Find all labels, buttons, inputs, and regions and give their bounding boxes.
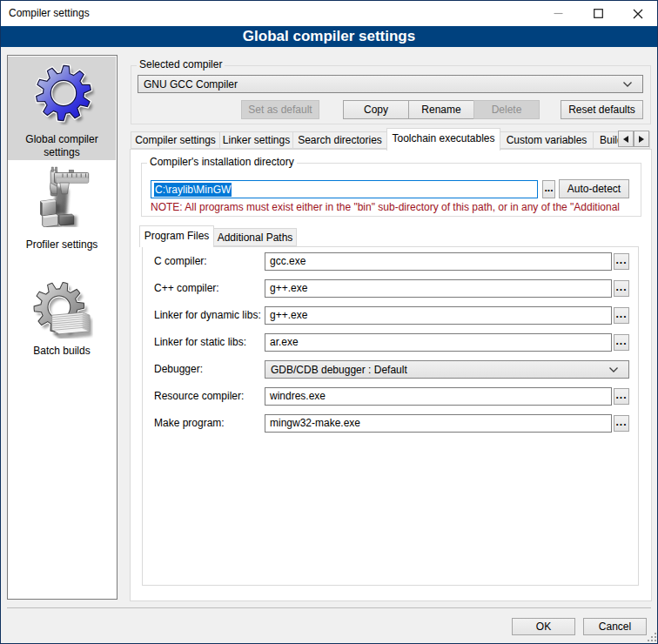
dynamic-linker-value: g++.exe [270,307,307,324]
sidebar-item-profiler-settings[interactable]: Profiler settings [8,160,116,256]
auto-detect-button[interactable]: Auto-detect [559,179,629,198]
dynamic-linker-browse-button[interactable]: ... [614,307,629,324]
selected-compiler-group-label: Selected compiler [137,59,225,70]
debugger-label: Debugger: [154,360,267,379]
c-compiler-input[interactable]: gcc.exe [265,252,612,271]
cpp-compiler-browse-button[interactable]: ... [614,280,629,297]
subtab-program-files[interactable]: Program Files [139,225,214,247]
copy-button[interactable]: Copy [343,100,409,119]
installation-directory-input[interactable]: C:\raylib\MinGW [151,180,538,198]
sidebar-item-batch-builds[interactable]: Batch builds [8,256,116,360]
cpp-compiler-input[interactable]: g++.exe [265,279,612,298]
sidebar-item-label: Profiler settings [8,238,116,252]
selected-compiler-dropdown[interactable]: GNU GCC Compiler [138,75,643,93]
page-title: Global compiler settings [1,26,657,47]
chevron-down-icon [623,82,642,87]
debugger-dropdown[interactable]: GDB/CDB debugger : Default [265,360,629,379]
maximize-icon [594,9,603,18]
rename-button[interactable]: Rename [408,100,474,119]
tab-custom-variables[interactable]: Custom variables [500,131,594,149]
close-button[interactable] [618,1,657,26]
sidebar-item-global-compiler-settings[interactable]: Global compiler settings [8,57,116,160]
tab-search-directories[interactable]: Search directories [292,131,387,149]
static-linker-value: ar.exe [270,334,299,351]
dynamic-linker-input[interactable]: g++.exe [265,306,612,325]
tab-linker-settings[interactable]: Linker settings [219,131,293,149]
dynamic-linker-label: Linker for dynamic libs: [154,306,267,325]
make-program-input[interactable]: mingw32-make.exe [265,414,612,433]
resize-grip[interactable] [648,633,656,641]
static-linker-input[interactable]: ar.exe [265,333,612,352]
footer-separator [7,607,651,608]
right-arrow-icon [639,136,644,143]
minimize-icon [554,9,563,18]
make-program-browse-button[interactable]: ... [614,415,629,432]
c-compiler-label: C compiler: [154,252,267,271]
maximize-button[interactable] [578,1,618,26]
cpp-compiler-value: g++.exe [270,280,307,297]
installation-directory-group-label: Compiler's installation directory [147,157,297,168]
tab-compiler-settings[interactable]: Compiler settings [131,131,220,149]
note-text: NOTE: All programs must exist either in … [151,201,640,213]
debugger-value: GDB/CDB debugger : Default [265,364,609,376]
compiler-settings-dialog: Compiler settings Global compiler settin… [0,0,658,644]
profiler-settings-icon [32,166,93,227]
tab-scroll-right-button[interactable] [634,131,649,147]
settings-category-list: Global compiler settings [7,55,118,600]
resource-compiler-label: Resource compiler: [154,387,267,406]
close-icon [633,9,643,19]
left-arrow-icon [623,136,628,143]
global-compiler-settings-icon [31,61,96,125]
selected-compiler-value: GNU GCC Compiler [138,78,623,91]
ok-button[interactable]: OK [512,618,575,635]
minimize-button[interactable] [538,1,578,26]
resource-compiler-input[interactable]: windres.exe [265,387,612,406]
subtab-additional-paths[interactable]: Additional Paths [213,228,297,246]
make-program-label: Make program: [154,414,267,433]
tab-scroll-left-button[interactable] [618,131,634,147]
chevron-down-icon [609,367,628,372]
reset-defaults-button[interactable]: Reset defaults [561,100,643,119]
c-compiler-value: gcc.exe [270,253,306,270]
installation-directory-value: C:\raylib\MinGW [154,183,232,197]
make-program-value: mingw32-make.exe [270,415,360,432]
static-linker-browse-button[interactable]: ... [614,334,629,351]
delete-button[interactable]: Delete [473,100,540,119]
browse-directory-button[interactable]: ... [542,180,555,198]
title-bar[interactable]: Compiler settings [1,1,657,26]
static-linker-label: Linker for static libs: [154,333,267,352]
resource-compiler-value: windres.exe [270,388,326,405]
resource-compiler-browse-button[interactable]: ... [614,388,629,405]
cancel-button[interactable]: Cancel [583,618,647,635]
tab-toolchain-executables[interactable]: Toolchain executables [386,128,500,151]
c-compiler-browse-button[interactable]: ... [614,253,629,270]
cpp-compiler-label: C++ compiler: [154,279,267,298]
batch-builds-icon [32,278,93,339]
set-as-default-button[interactable]: Set as default [241,100,319,119]
window-title: Compiler settings [9,7,90,19]
sidebar-item-label: Global compiler settings [8,133,116,159]
sidebar-item-label: Batch builds [8,345,116,358]
